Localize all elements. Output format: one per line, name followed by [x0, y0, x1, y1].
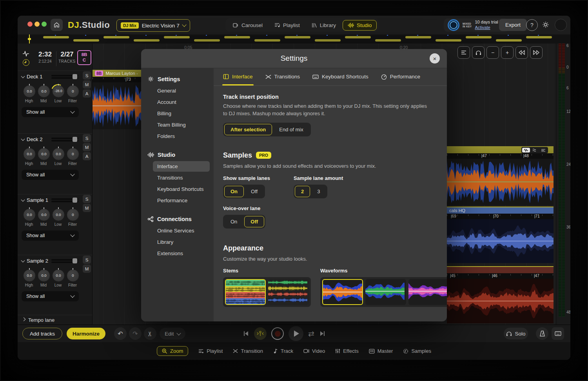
view-lines-button[interactable] [539, 148, 547, 152]
volume-slider[interactable] [51, 138, 78, 142]
minimap-clip[interactable] [43, 36, 69, 38]
minimap-clip[interactable] [436, 39, 461, 42]
knob-filter[interactable]: 0Filter [67, 269, 78, 287]
option-off[interactable]: Off [244, 216, 264, 227]
user-avatar[interactable] [555, 19, 567, 31]
waveform-red[interactable] [447, 279, 554, 323]
panel-transition[interactable]: Transition [233, 348, 263, 354]
auto-scroll-button[interactable] [457, 46, 470, 59]
nav-item-extensions[interactable]: Extensions [141, 248, 210, 259]
minimap-clip[interactable] [345, 36, 371, 38]
preview-headphones-button[interactable] [472, 46, 485, 59]
activate-link[interactable]: Activate [475, 25, 490, 30]
track-header-deck[interactable] [447, 146, 554, 153]
tab-carousel[interactable]: Carousel [228, 20, 268, 31]
view-waveform-button[interactable] [522, 148, 530, 152]
auto-button[interactable]: A [83, 89, 91, 98]
waveform-theme-pink-purple[interactable] [408, 279, 447, 305]
waveform-vocals[interactable] [447, 219, 554, 263]
minimap-clip[interactable] [224, 36, 250, 38]
minimap-clip[interactable] [194, 39, 220, 42]
playhead-marker-button[interactable] [254, 327, 267, 340]
minimap-clip[interactable] [134, 39, 160, 42]
edit-dropdown[interactable]: Edit [160, 328, 185, 339]
minimap-clip[interactable] [164, 36, 190, 38]
skip-to-end-button[interactable] [319, 330, 325, 337]
track-header-red[interactable] [447, 266, 554, 274]
nav-item-team-billing[interactable]: Team Billing [141, 120, 210, 130]
minimap-clip[interactable] [285, 36, 310, 38]
tab-studio[interactable]: Studio [343, 20, 377, 31]
knob-high[interactable]: 0.0High [23, 269, 35, 287]
minimap-clip[interactable] [405, 36, 431, 38]
minimap-clip[interactable] [526, 36, 552, 38]
knob-mid[interactable]: 0.0Mid [38, 269, 49, 287]
minimap-clip[interactable] [315, 39, 341, 42]
volume-slider[interactable] [51, 198, 78, 203]
rewind-button[interactable] [515, 46, 528, 59]
waveform-theme-orange-blue[interactable] [322, 279, 363, 305]
traffic-minimize-button[interactable] [34, 22, 40, 27]
panel-video[interactable]: Video [303, 348, 325, 354]
knob-low[interactable]: 0.0Low [52, 269, 64, 287]
option-3[interactable]: 3 [311, 186, 326, 197]
knob-low[interactable]: -28.0Low [52, 85, 64, 103]
nav-item-online-services[interactable]: Online Services [141, 225, 210, 236]
zoom-out-button[interactable]: − [486, 46, 499, 59]
minimap-playhead[interactable] [29, 34, 30, 44]
show-all-dropdown[interactable]: Show all [22, 291, 79, 301]
knob-filter[interactable]: 0Filter [67, 85, 78, 103]
option-after-selection[interactable]: After selection [224, 124, 272, 135]
waveform-deck[interactable] [447, 159, 554, 205]
option-end-of-mix[interactable]: End of mix [273, 124, 309, 135]
traffic-zoom-button[interactable] [42, 22, 47, 27]
project-selector[interactable]: DJ Mix Electric Vision 7 [116, 19, 190, 32]
solo-button[interactable]: S [83, 134, 91, 142]
solo-button[interactable]: S [83, 195, 91, 203]
knob-high[interactable]: 0.0High [23, 148, 35, 166]
nav-item-billing[interactable]: Billing [141, 108, 210, 119]
panel-samples[interactable]: Samples [403, 348, 431, 354]
minimap-clip[interactable] [254, 39, 280, 42]
knob-filter[interactable]: 0Filter [67, 148, 78, 166]
loop-button[interactable]: ⇄ [308, 329, 314, 338]
minimap-clip[interactable] [466, 36, 492, 38]
tab-library[interactable]: Library [307, 20, 341, 31]
track-header-vocals[interactable]: cals HQ [447, 207, 554, 214]
export-button[interactable]: Export [499, 19, 527, 31]
stems-theme-filled[interactable] [225, 279, 266, 305]
knob-low[interactable]: 0.0Low [52, 148, 64, 166]
tab-transitions[interactable]: Transitions [265, 68, 300, 85]
tab-interface[interactable]: Interface [223, 68, 253, 85]
mute-button[interactable]: M [83, 80, 91, 89]
solo-button[interactable]: S [83, 71, 91, 80]
knob-high[interactable]: 0.0High [23, 209, 35, 227]
waveform-theme-green-blue[interactable] [365, 279, 406, 305]
panel-master[interactable]: Master [369, 348, 393, 354]
option-on[interactable]: On [224, 216, 243, 227]
knob-mid[interactable]: 0.0Mid [38, 148, 49, 166]
zoom-in-button[interactable]: + [501, 46, 514, 59]
tempo-lane-toggle[interactable]: Tempo lane [18, 315, 92, 325]
settings-gear-button[interactable] [540, 19, 551, 30]
nav-item-keyboard-shortcuts[interactable]: Keyboard Shortcuts [141, 184, 210, 194]
fast-forward-button[interactable] [530, 46, 543, 59]
nav-item-account[interactable]: Account [141, 97, 210, 107]
stems-theme-dark[interactable] [268, 279, 309, 305]
solo-button[interactable]: S [83, 256, 91, 264]
minimap-clip[interactable] [375, 39, 401, 42]
nav-item-performance[interactable]: Performance [141, 195, 210, 206]
help-button[interactable]: ? [526, 19, 538, 31]
slider-handle[interactable] [73, 258, 77, 263]
metronome-button[interactable] [536, 327, 548, 340]
record-button[interactable] [271, 327, 284, 340]
show-all-dropdown[interactable]: Show all [22, 107, 79, 117]
nav-item-interface[interactable]: Interface [153, 161, 210, 172]
tab-keyboard-shortcuts[interactable]: Keyboard Shortcuts [312, 68, 368, 85]
tab-performance[interactable]: Performance [381, 68, 420, 85]
nav-item-transitions[interactable]: Transitions [141, 172, 210, 183]
view-stems-button[interactable] [531, 148, 539, 152]
mute-button[interactable]: M [83, 265, 91, 273]
option-2[interactable]: 2 [295, 186, 310, 197]
mute-button[interactable]: M [83, 204, 91, 212]
